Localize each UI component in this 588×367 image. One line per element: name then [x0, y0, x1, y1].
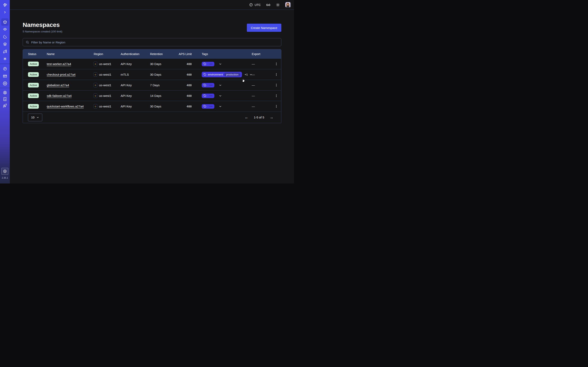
table-footer: 10 ← 1-5 of 5 →	[23, 112, 281, 123]
tags-more-toggle[interactable]	[217, 105, 222, 108]
namespaces-table: Status Name Region Authentication Retent…	[23, 49, 281, 123]
sidebar-item-namespaces-cube-icon[interactable]	[1, 18, 9, 26]
region-label: us-west1	[99, 83, 111, 87]
usage-dollar-badge-icon[interactable]: $	[1, 168, 8, 175]
region-label: us-west1	[99, 73, 111, 76]
sidebar-item-eye-swirl-icon[interactable]	[1, 26, 9, 33]
retention-value: 30 Days	[150, 73, 173, 76]
sidebar-item-workflow-graph-icon[interactable]	[1, 48, 9, 55]
sidebar-item-asterisk-icon[interactable]	[1, 55, 9, 62]
tag-icon	[204, 84, 207, 87]
sun-light-mode-icon[interactable]	[276, 3, 280, 7]
pagination: ← 1-5 of 5 →	[245, 115, 273, 119]
tags-more-toggle[interactable]	[217, 83, 222, 87]
table-row: Active checkout-prod.a27a4 us-west1 mTLS…	[23, 69, 281, 80]
tag-pill[interactable]	[202, 83, 214, 87]
sidebar-item-lifebuoy-icon[interactable]	[1, 89, 9, 96]
column-header-tags: Tags	[197, 52, 252, 56]
authentication-value: mTLS	[121, 73, 150, 76]
aps-limit-value: 400	[173, 94, 197, 98]
glasses-icon[interactable]	[266, 3, 270, 7]
aps-limit-value: 400	[173, 73, 197, 76]
timezone-selector[interactable]: UTC	[249, 3, 261, 7]
sidebar-item-layers-icon[interactable]	[1, 40, 9, 48]
sidebar-item-gear-icon[interactable]	[1, 80, 9, 87]
tags-cell	[197, 94, 252, 98]
tag-icon	[204, 105, 207, 108]
namespace-name-link[interactable]: globalizer.a27a4	[47, 83, 69, 87]
export-value: —	[252, 83, 255, 87]
namespace-name-link[interactable]: test-worker.a27a4	[47, 62, 71, 66]
kebab-menu-icon[interactable]	[274, 62, 279, 67]
sidebar-bottom: $ 2.35.1	[1, 168, 8, 184]
sidebar-divider	[0, 64, 10, 64]
tag-pill[interactable]: environment production	[202, 72, 242, 77]
namespace-name-link[interactable]: sdk-failover.a27a4	[47, 94, 72, 98]
tags-cell	[197, 83, 252, 87]
region-label: us-west1	[99, 94, 111, 98]
table-row: Active sdk-failover.a27a4 us-west1 API K…	[23, 91, 281, 101]
table-row: Active quickstart-workflows.a27a4 us-wes…	[23, 101, 281, 112]
namespace-name-link[interactable]: quickstart-workflows.a27a4	[47, 105, 84, 108]
page-size-select[interactable]: 10	[28, 114, 42, 121]
tags-cell	[197, 104, 252, 109]
tags-more-toggle[interactable]: +1	[245, 73, 252, 76]
retention-value: 30 Days	[150, 105, 173, 108]
region-label: us-west1	[99, 62, 111, 66]
tag-value	[209, 95, 213, 96]
namespace-name-link[interactable]: checkout-prod.a27a4	[47, 73, 76, 76]
create-namespace-button[interactable]: Create Namespace	[247, 24, 281, 32]
avatar[interactable]	[285, 2, 291, 8]
clock-icon	[249, 3, 253, 7]
tag-pill[interactable]	[202, 104, 214, 109]
export-value: —	[252, 73, 255, 76]
status-badge: Active	[28, 62, 39, 66]
kebab-menu-icon[interactable]	[274, 104, 279, 109]
tags-more-toggle[interactable]	[217, 62, 222, 66]
filter-bar	[23, 38, 281, 46]
table-header-row: Status Name Region Authentication Retent…	[23, 49, 281, 59]
arrow-right-icon[interactable]: →	[269, 115, 273, 119]
temporal-logo-icon[interactable]	[1, 2, 9, 8]
region-label: us-west1	[99, 105, 111, 108]
table-row: Active test-worker.a27a4 us-west1 API Ke…	[23, 59, 281, 69]
tag-pill[interactable]	[202, 94, 214, 98]
authentication-value: API Key	[121, 105, 150, 108]
aps-limit-value: 400	[173, 83, 197, 87]
kebab-menu-icon[interactable]	[274, 83, 279, 88]
tag-pill[interactable]	[202, 62, 214, 66]
column-header-name: Name	[47, 52, 94, 56]
tags-more-toggle[interactable]	[217, 94, 222, 98]
page-header: Namespaces 5 Namespaces created (100 lim…	[23, 21, 281, 33]
chevron-down-icon	[219, 83, 222, 87]
sidebar-item-speedometer-icon[interactable]	[1, 65, 9, 72]
arrow-left-icon[interactable]: ←	[245, 115, 249, 119]
app-window: $ 2.35.1 UTC	[0, 0, 294, 184]
sidebar-item-timer-icon[interactable]	[1, 33, 9, 40]
sidebar-item-book-sparkles-icon[interactable]	[1, 96, 9, 102]
sidebar: $ 2.35.1	[0, 0, 10, 184]
tags-cell: environment production +1	[197, 72, 252, 77]
tags-cell	[197, 62, 252, 66]
timezone-label: UTC	[255, 3, 261, 7]
tag-value	[209, 85, 213, 86]
kebab-menu-icon[interactable]	[274, 93, 279, 98]
sidebar-collapse-chevron-right-icon[interactable]	[1, 9, 9, 15]
tag-icon	[204, 73, 207, 76]
svg-text:$: $	[4, 170, 6, 172]
authentication-value: API Key	[121, 62, 150, 66]
main-content: Namespaces 5 Namespaces created (100 lim…	[10, 10, 294, 184]
tags-more-count: +1	[245, 73, 248, 76]
sidebar-item-credit-card-icon[interactable]	[1, 72, 9, 80]
column-header-authentication: Authentication	[121, 52, 150, 56]
kebab-menu-icon[interactable]	[274, 72, 279, 77]
filter-input[interactable]	[31, 41, 278, 44]
export-value: —	[252, 62, 255, 66]
tag-icon	[204, 63, 207, 66]
tag-value: production	[224, 73, 240, 76]
gcp-icon	[94, 104, 97, 108]
sidebar-item-rocket-icon[interactable]	[1, 102, 9, 109]
authentication-value: API Key	[121, 94, 150, 98]
chevron-down-icon	[219, 105, 222, 108]
column-header-retention: Retention	[150, 52, 173, 56]
